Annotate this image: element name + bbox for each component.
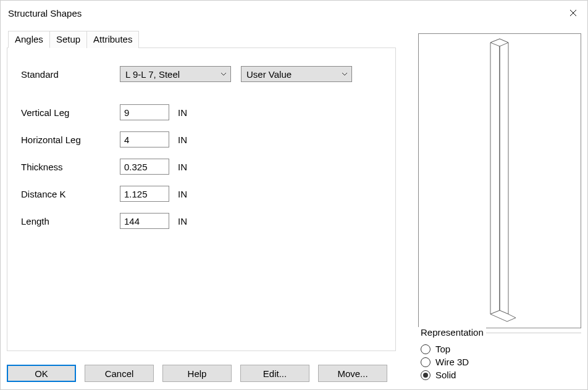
length-input[interactable] <box>120 213 169 229</box>
horizontal-leg-unit: IN <box>178 135 187 145</box>
shape-preview <box>418 33 581 328</box>
representation-solid-radio[interactable]: Solid <box>418 370 581 380</box>
distance-k-label: Distance K <box>21 189 120 199</box>
titlebar: Structural Shapes <box>1 1 587 25</box>
length-label: Length <box>21 216 120 226</box>
representation-group: Representation Top Wire 3D Solid <box>418 333 581 384</box>
edit-button[interactable]: Edit... <box>240 365 309 382</box>
distance-k-unit: IN <box>178 189 187 199</box>
tab-attributes[interactable]: Attributes <box>87 31 139 48</box>
tab-panel-angles: Standard L 9-L 7, Steel User Value Verti… <box>7 48 396 351</box>
ok-button[interactable]: OK <box>7 365 76 382</box>
svg-marker-2 <box>490 39 500 314</box>
close-icon <box>569 9 577 17</box>
vertical-leg-label: Vertical Leg <box>21 107 120 118</box>
tab-angles[interactable]: Angles <box>8 31 50 48</box>
standard-shape-value: L 9-L 7, Steel <box>125 69 180 80</box>
length-unit: IN <box>178 216 187 226</box>
standard-shape-dropdown[interactable]: L 9-L 7, Steel <box>120 66 231 82</box>
representation-top-label: Top <box>435 344 450 354</box>
distance-k-input[interactable] <box>120 186 169 202</box>
button-row: OK Cancel Help Edit... Move... <box>7 365 396 382</box>
representation-wire3d-label: Wire 3D <box>435 357 469 367</box>
help-button[interactable]: Help <box>162 365 232 382</box>
standard-source-dropdown[interactable]: User Value <box>241 66 352 82</box>
window-title: Structural Shapes <box>8 8 82 19</box>
horizontal-leg-input[interactable] <box>120 131 169 147</box>
horizontal-leg-label: Horizontal Leg <box>21 135 120 145</box>
standard-source-value: User Value <box>246 69 292 80</box>
representation-solid-label: Solid <box>435 370 456 380</box>
radio-icon <box>421 370 430 380</box>
thickness-label: Thickness <box>21 162 120 172</box>
thickness-input[interactable] <box>120 159 169 175</box>
close-button[interactable] <box>559 3 587 23</box>
tab-setup[interactable]: Setup <box>50 31 87 48</box>
vertical-leg-unit: IN <box>178 107 187 118</box>
standard-label: Standard <box>21 69 120 80</box>
thickness-unit: IN <box>178 162 187 172</box>
vertical-leg-input[interactable] <box>120 104 169 120</box>
tabstrip: Angles Setup Attributes <box>8 30 396 48</box>
move-button[interactable]: Move... <box>318 365 387 382</box>
cancel-button[interactable]: Cancel <box>85 365 154 382</box>
representation-legend: Representation <box>418 327 486 338</box>
chevron-down-icon <box>220 72 227 76</box>
chevron-down-icon <box>342 72 348 76</box>
representation-wire3d-radio[interactable]: Wire 3D <box>418 357 581 367</box>
angle-shape-icon <box>419 34 581 328</box>
representation-top-radio[interactable]: Top <box>418 344 581 354</box>
svg-marker-3 <box>500 39 508 314</box>
radio-icon <box>421 344 430 354</box>
radio-icon <box>421 357 430 367</box>
